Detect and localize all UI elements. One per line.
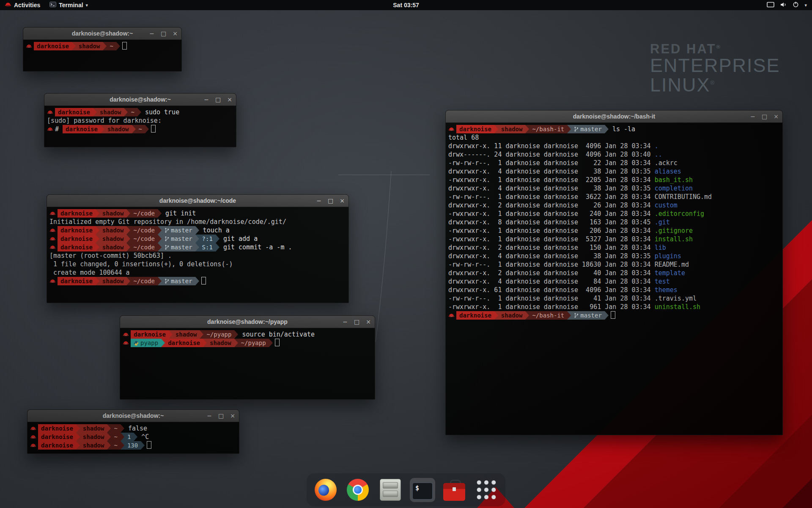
prompt-segment-p: ~/code xyxy=(130,243,158,251)
terminal-text: # xyxy=(55,125,63,133)
terminal-window-code: darknoise@shadow:~/code − □ × darknoises… xyxy=(47,194,349,303)
terminal-cursor xyxy=(122,42,127,50)
prompt-segment-g: master xyxy=(162,243,195,251)
exec-file-name: install.sh xyxy=(655,235,693,243)
redhat-icon xyxy=(30,424,38,433)
dock-firefox[interactable] xyxy=(313,477,339,503)
minimize-button[interactable]: − xyxy=(343,318,348,325)
terminal-screen[interactable]: darknoiseshadow~/bash-itmaster ls -latot… xyxy=(446,123,782,322)
powerline-separator xyxy=(158,226,162,235)
redhat-icon xyxy=(49,243,58,251)
powerline-separator xyxy=(195,226,199,235)
activities-button[interactable]: Activities xyxy=(0,0,45,10)
terminal-text: false xyxy=(124,425,147,432)
brand-line-redhat: RED HAT® xyxy=(650,42,780,56)
terminal-text: touch a xyxy=(199,226,230,234)
dock-terminal[interactable]: $ xyxy=(410,478,435,502)
volume-icon xyxy=(780,2,787,9)
close-button[interactable]: × xyxy=(774,113,779,120)
activities-label: Activities xyxy=(14,2,40,8)
terminal-text: [sudo] password for darknoise: xyxy=(47,117,165,124)
powerline-separator xyxy=(525,311,529,320)
window-titlebar[interactable]: darknoise@shadow:~ − □ × xyxy=(23,28,181,40)
dock-files[interactable] xyxy=(377,476,404,503)
terminal-line: pyappdarknoiseshadow~/pyapp xyxy=(123,339,372,347)
redhat-icon xyxy=(30,433,38,441)
powerline-separator xyxy=(126,277,130,285)
dir-name: aliases xyxy=(655,168,681,175)
terminal-window-pyapp: darknoise@shadow:~/pyapp − □ × darknoise… xyxy=(120,315,375,400)
prompt-segment-s: 1 xyxy=(124,433,134,441)
terminal-line: -rwxrwxr-x. 1 darknoise darknoise 5327 J… xyxy=(448,235,780,243)
terminal-line: -rwxrwxr-x. 1 darknoise darknoise 2205 J… xyxy=(448,176,780,184)
exec-file-name: uninstall.sh xyxy=(655,303,700,311)
prompt-segment-h: shadow xyxy=(80,433,107,441)
prompt-segment-u: darknoise xyxy=(38,433,76,441)
terminal-line: 1 file changed, 0 insertions(+), 0 delet… xyxy=(49,260,346,268)
maximize-button[interactable]: □ xyxy=(354,318,359,325)
python-icon xyxy=(134,340,140,346)
maximize-button[interactable]: □ xyxy=(218,412,224,419)
terminal-screen[interactable]: darknoiseshadow~ xyxy=(23,40,181,52)
terminal-screen[interactable]: darknoiseshadow~ falsedarknoiseshadow~1 … xyxy=(27,422,239,452)
terminal-screen[interactable]: darknoiseshadow~/pyapp source bin/activa… xyxy=(120,328,375,349)
close-button[interactable]: × xyxy=(173,30,178,37)
terminal-window-bash-it: darknoise@shadow:~/bash-it − □ × darknoi… xyxy=(445,110,783,435)
powerline-separator xyxy=(145,125,149,133)
app-menu-terminal[interactable]: Terminal ▾ xyxy=(45,0,93,10)
prompt-segment-v: pyapp xyxy=(131,339,161,347)
prompt-segment-p: ~/bash-it xyxy=(529,311,567,320)
powerline-separator xyxy=(567,311,571,320)
redhat-icon xyxy=(26,42,34,50)
window-titlebar[interactable]: darknoise@shadow:~/pyapp − □ × xyxy=(120,316,375,328)
close-button[interactable]: × xyxy=(366,318,371,325)
maximize-button[interactable]: □ xyxy=(328,197,333,204)
prompt-segment-u: darknoise xyxy=(63,125,101,133)
terminal-text: drwxrwxr-x. 61 darknoise darknoise 4096 … xyxy=(448,286,655,294)
close-button[interactable]: × xyxy=(340,197,345,204)
terminal-text: git commit -a -m . xyxy=(219,243,292,251)
dock-chrome[interactable] xyxy=(345,477,371,503)
window-titlebar[interactable]: darknoise@shadow:~/code − □ × xyxy=(47,195,348,207)
powerline-separator xyxy=(195,277,199,285)
dock-toolbox[interactable] xyxy=(441,477,467,503)
window-titlebar[interactable]: darknoise@shadow:~ − □ × xyxy=(44,94,236,106)
maximize-button[interactable]: □ xyxy=(161,30,166,37)
dir-name: . xyxy=(655,142,658,150)
window-titlebar[interactable]: darknoise@shadow:~/bash-it − □ × xyxy=(446,110,782,123)
minimize-button[interactable]: − xyxy=(750,113,755,120)
maximize-button[interactable]: □ xyxy=(762,113,767,120)
redhat-icon xyxy=(49,277,58,285)
maximize-button[interactable]: □ xyxy=(215,96,221,103)
prompt-segment-u: darknoise xyxy=(55,108,93,116)
minimize-button[interactable]: − xyxy=(207,412,212,419)
dock-app-grid[interactable] xyxy=(473,477,499,503)
window-titlebar[interactable]: darknoise@shadow:~ − □ × xyxy=(27,410,239,422)
terminal-line: drwxrwxr-x. 61 darknoise darknoise 4096 … xyxy=(448,286,780,294)
terminal-screen[interactable]: darknoiseshadow~ sudo true[sudo] passwor… xyxy=(44,106,236,135)
prompt-segment-s: S:1 xyxy=(199,243,216,251)
minimize-button[interactable]: − xyxy=(316,197,321,204)
dir-name: completion xyxy=(655,185,693,192)
git-branch-icon xyxy=(574,312,580,319)
system-status-area[interactable]: ▾ xyxy=(767,0,812,10)
close-button[interactable]: × xyxy=(230,412,235,419)
powerline-separator xyxy=(126,226,130,235)
power-icon xyxy=(793,1,799,9)
terminal-text: create mode 100644 a xyxy=(49,269,130,276)
close-button[interactable]: × xyxy=(227,96,232,103)
minimize-button[interactable]: − xyxy=(204,96,209,103)
prompt-segment-p: ~/code xyxy=(130,277,158,285)
powerline-separator xyxy=(96,243,99,251)
terminal-screen[interactable]: darknoiseshadow~/code git initInitialize… xyxy=(47,207,348,287)
terminal-text: sudo true xyxy=(141,108,179,116)
terminal-line: darknoiseshadow~/codemaster touch a xyxy=(49,226,346,235)
minimize-button[interactable]: − xyxy=(149,30,154,37)
terminal-window-sudo: darknoise@shadow:~ − □ × darknoiseshadow… xyxy=(44,93,236,147)
prompt-segment-h: shadow xyxy=(99,226,127,235)
terminal-text: total 68 xyxy=(448,134,479,141)
powerline-separator xyxy=(126,209,130,218)
clock[interactable]: Sat 03:57 xyxy=(393,2,419,8)
terminal-line: darknoiseshadow~/bash-itmaster xyxy=(448,311,780,320)
terminal-app-icon xyxy=(49,2,56,8)
